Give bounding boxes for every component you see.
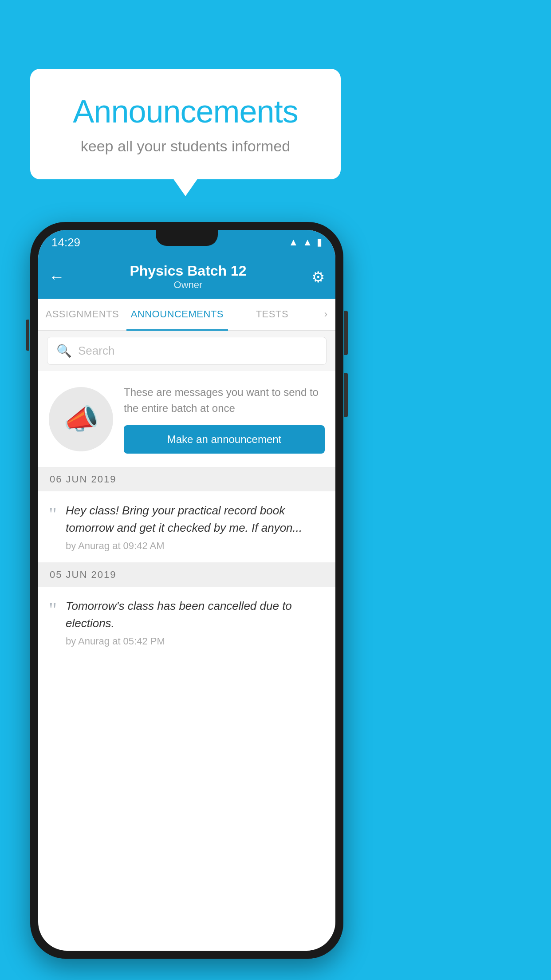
status-bar: 14:29 ▲ ▲ ▮ [38, 230, 335, 255]
megaphone-icon: 📣 [63, 403, 99, 436]
announcement-meta-1: by Anurag at 09:42 AM [66, 540, 325, 552]
announcement-content-1: Hey class! Bring your practical record b… [66, 502, 325, 552]
announcements-title: Announcements [57, 93, 314, 130]
announcement-right: These are messages you want to send to t… [124, 384, 325, 454]
status-time: 14:29 [51, 236, 80, 249]
tabs: ASSIGNMENTS ANNOUNCEMENTS TESTS › [38, 299, 335, 331]
search-placeholder: Search [78, 344, 114, 358]
wifi-icon: ▲ [288, 237, 298, 248]
announcement-item-1[interactable]: " Hey class! Bring your practical record… [38, 491, 335, 563]
announcement-message-1: Hey class! Bring your practical record b… [66, 502, 325, 537]
batch-name: Physics Batch 12 [130, 263, 246, 279]
tab-tests[interactable]: TESTS [228, 299, 316, 330]
owner-label: Owner [130, 279, 246, 291]
power-button-2 [344, 373, 348, 417]
announcement-desc: These are messages you want to send to t… [124, 384, 325, 416]
announcement-meta-2: by Anurag at 05:42 PM [66, 636, 325, 647]
header-center: Physics Batch 12 Owner [130, 263, 246, 291]
tab-more[interactable]: › [316, 299, 335, 330]
status-icons: ▲ ▲ ▮ [288, 237, 322, 248]
date-separator-2: 05 JUN 2019 [38, 563, 335, 587]
announcements-subtitle: keep all your students informed [57, 138, 314, 155]
announcement-message-2: Tomorrow's class has been cancelled due … [66, 597, 325, 632]
back-button[interactable]: ← [49, 268, 65, 286]
search-box[interactable]: 🔍 Search [47, 337, 327, 365]
announcement-item-2[interactable]: " Tomorrow's class has been cancelled du… [38, 587, 335, 658]
app-header: ← Physics Batch 12 Owner ⚙ [38, 255, 335, 299]
make-announcement-button[interactable]: Make an announcement [124, 425, 325, 454]
search-container: 🔍 Search [38, 331, 335, 371]
notch [156, 230, 218, 246]
search-icon: 🔍 [56, 344, 72, 358]
speech-bubble: Announcements keep all your students inf… [30, 69, 341, 179]
power-button [344, 311, 348, 355]
battery-icon: ▮ [317, 237, 322, 248]
tab-announcements[interactable]: ANNOUNCEMENTS [126, 299, 228, 330]
phone-mockup: 14:29 ▲ ▲ ▮ ← Physics Batch 12 Owner ⚙ A… [30, 222, 343, 959]
phone-screen: 14:29 ▲ ▲ ▮ ← Physics Batch 12 Owner ⚙ A… [38, 230, 335, 951]
speech-bubble-container: Announcements keep all your students inf… [30, 69, 341, 179]
quote-icon-1: " [49, 502, 57, 524]
quote-icon-2: " [49, 597, 57, 620]
volume-button [26, 320, 29, 351]
signal-icon: ▲ [303, 237, 312, 248]
megaphone-circle: 📣 [49, 387, 113, 451]
settings-icon[interactable]: ⚙ [311, 268, 325, 286]
date-separator-1: 06 JUN 2019 [38, 467, 335, 491]
announcement-content-2: Tomorrow's class has been cancelled due … [66, 597, 325, 647]
tab-assignments[interactable]: ASSIGNMENTS [38, 299, 126, 330]
announcement-prompt: 📣 These are messages you want to send to… [38, 371, 335, 467]
